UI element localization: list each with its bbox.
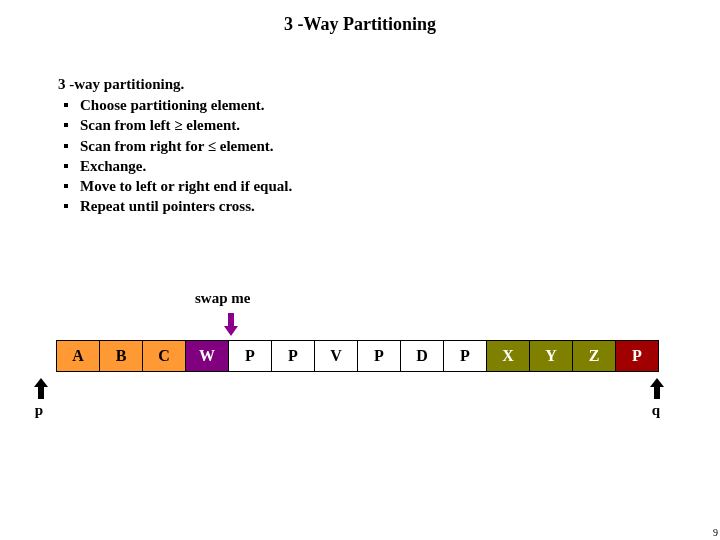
bullet-item: Move to left or right end if equal. xyxy=(80,176,292,196)
pointer-p: p xyxy=(34,378,48,419)
array-cell: D xyxy=(400,340,444,372)
bullet-item: Choose partitioning element. xyxy=(80,95,292,115)
array-cell: P xyxy=(357,340,401,372)
array-cell: X xyxy=(486,340,530,372)
content-block: 3 -way partitioning. Choose partitioning… xyxy=(58,76,292,217)
array-cell: C xyxy=(142,340,186,372)
swap-arrow-down-icon xyxy=(224,313,238,337)
bullet-item: Scan from right for ≤ element. xyxy=(80,136,292,156)
pointer-p-label: p xyxy=(30,402,48,419)
arrow-up-icon xyxy=(34,378,48,400)
array-cell: V xyxy=(314,340,358,372)
swap-me-label: swap me xyxy=(195,290,250,307)
bullet-list: Choose partitioning element. Scan from l… xyxy=(58,95,292,217)
array-cell: P xyxy=(228,340,272,372)
array-row: ABCWPPVPDPXYZP xyxy=(56,340,659,372)
bullet-item: Scan from left ≥ element. xyxy=(80,115,292,135)
page-number: 9 xyxy=(713,527,718,538)
bullet-item: Exchange. xyxy=(80,156,292,176)
array-cell: Y xyxy=(529,340,573,372)
array-cell: P xyxy=(271,340,315,372)
pointer-q-label: q xyxy=(648,402,664,419)
array-cell: P xyxy=(443,340,487,372)
arrow-up-icon xyxy=(650,378,664,400)
section-heading: 3 -way partitioning. xyxy=(58,76,292,93)
bullet-item: Repeat until pointers cross. xyxy=(80,196,292,216)
array-cell: Z xyxy=(572,340,616,372)
slide-title: 3 -Way Partitioning xyxy=(0,0,720,35)
array-cell: W xyxy=(185,340,229,372)
array-cell: A xyxy=(56,340,100,372)
pointer-q: q xyxy=(650,378,664,419)
array-cell: P xyxy=(615,340,659,372)
array-cell: B xyxy=(99,340,143,372)
